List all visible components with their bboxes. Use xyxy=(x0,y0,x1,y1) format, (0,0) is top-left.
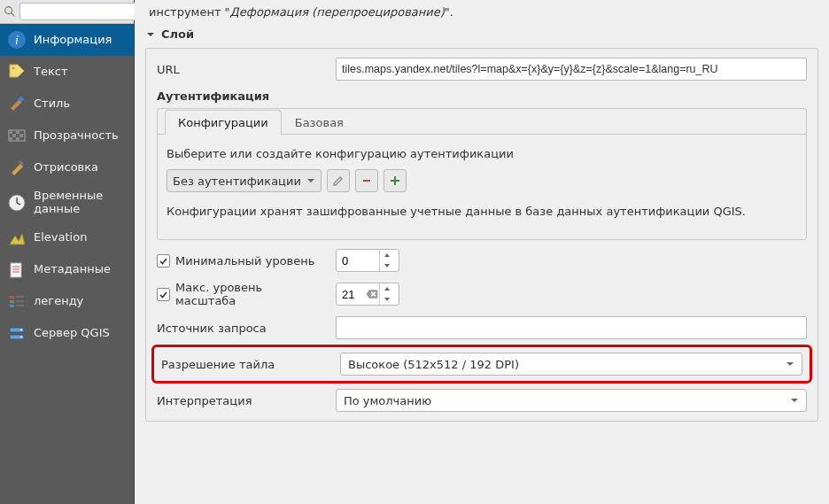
pencil-icon xyxy=(332,174,345,187)
clear-icon[interactable] xyxy=(365,283,379,305)
elevation-icon xyxy=(7,229,27,248)
sidebar-item-rendering[interactable]: Отрисовка xyxy=(0,151,134,183)
tile-resolution-select[interactable]: Высокое (512x512 / 192 DPI) xyxy=(340,353,802,376)
check-icon xyxy=(159,290,168,299)
svg-rect-12 xyxy=(16,137,19,141)
layer-group: URL Аутентификация Конфигурации Базовая … xyxy=(145,48,818,422)
svg-point-4 xyxy=(12,67,15,70)
sidebar-item-transparency[interactable]: Прозрачность xyxy=(0,120,134,151)
auth-config-combo[interactable]: Без аутентификации xyxy=(167,169,322,192)
metadata-icon xyxy=(7,260,27,280)
auth-remove-button[interactable] xyxy=(355,169,378,192)
section-header-layer[interactable]: Слой xyxy=(145,26,818,43)
top-note: инструмент "Деформация (перепроецировани… xyxy=(145,0,818,20)
server-icon xyxy=(7,324,27,344)
main-panel: инструмент "Деформация (перепроецировани… xyxy=(135,0,829,504)
svg-point-29 xyxy=(20,336,22,337)
chevron-down-icon xyxy=(306,176,315,185)
svg-point-28 xyxy=(20,329,22,330)
plus-icon xyxy=(389,174,401,187)
sidebar-item-source[interactable]: Текст xyxy=(0,56,134,88)
max-zoom-label: Макс. уровень масштаба xyxy=(175,281,325,307)
min-zoom-row: Минимальный уровень xyxy=(157,249,807,272)
sidebar-item-symbology[interactable]: Стиль xyxy=(0,88,134,120)
referer-input[interactable] xyxy=(336,316,807,339)
sidebar-item-elevation[interactable]: Elevation xyxy=(0,222,134,254)
auth-section: Аутентификация Конфигурации Базовая Выбе… xyxy=(157,89,807,240)
svg-rect-11 xyxy=(9,137,12,141)
spin-down[interactable] xyxy=(380,260,393,271)
sidebar-item-temporal[interactable]: Временные данные xyxy=(0,183,134,222)
max-zoom-checkbox[interactable] xyxy=(157,288,170,301)
transparency-icon xyxy=(7,126,27,145)
svg-point-0 xyxy=(5,7,12,14)
tile-resolution-value: Высокое (512x512 / 192 DPI) xyxy=(348,358,519,371)
chevron-down-icon xyxy=(786,360,794,368)
brush-icon xyxy=(7,94,27,113)
auth-add-button[interactable] xyxy=(384,169,407,192)
svg-rect-22 xyxy=(10,305,14,307)
svg-line-1 xyxy=(12,13,15,17)
chevron-down-icon xyxy=(384,297,391,302)
sidebar-item-legend[interactable]: легенду xyxy=(0,286,134,318)
auth-tabbar: Конфигурации Базовая xyxy=(158,109,806,135)
sidebar-item-metadata[interactable]: Метаданные xyxy=(0,254,134,286)
min-zoom-spin[interactable] xyxy=(336,249,399,272)
svg-rect-21 xyxy=(10,300,14,303)
svg-rect-30 xyxy=(363,180,370,182)
render-brush-icon xyxy=(7,158,27,177)
tile-resolution-label: Разрешение тайла xyxy=(161,358,329,371)
tab-configurations[interactable]: Конфигурации xyxy=(165,110,282,135)
url-label: URL xyxy=(157,63,325,76)
max-zoom-input[interactable] xyxy=(337,283,365,305)
sidebar-item-label: Метаданные xyxy=(34,263,111,276)
spin-up[interactable] xyxy=(380,250,393,260)
url-row: URL xyxy=(157,58,807,81)
svg-rect-9 xyxy=(12,134,16,137)
chevron-down-icon xyxy=(384,263,391,268)
search-icon xyxy=(4,5,16,18)
max-zoom-spin[interactable] xyxy=(336,283,399,306)
auth-hint-select: Выберите или создайте конфигурацию аутен… xyxy=(167,147,797,160)
minus-icon xyxy=(360,174,373,187)
chevron-down-icon xyxy=(145,29,156,40)
auth-combo-row: Без аутентификации xyxy=(167,169,797,192)
tag-icon xyxy=(7,62,27,81)
sidebar-item-label: Сервер QGIS xyxy=(34,327,110,340)
min-zoom-label: Минимальный уровень xyxy=(175,254,314,268)
sidebar-search xyxy=(0,0,134,24)
chevron-up-icon xyxy=(384,286,391,291)
tile-resolution-row: Разрешение тайла Высокое (512x512 / 192 … xyxy=(151,345,812,384)
min-zoom-checkbox[interactable] xyxy=(157,254,170,268)
sidebar-item-label: Elevation xyxy=(34,231,87,244)
backspace-icon xyxy=(365,287,379,301)
sidebar-item-label: Информация xyxy=(34,34,112,47)
auth-subgroup: Конфигурации Базовая Выберите или создай… xyxy=(157,108,807,240)
auth-hint-store: Конфигурации хранят зашифрованные учетны… xyxy=(167,201,797,230)
svg-rect-32 xyxy=(391,180,399,182)
url-input[interactable] xyxy=(336,58,807,81)
sidebar-item-information[interactable]: i Информация xyxy=(0,24,134,56)
svg-rect-7 xyxy=(9,130,12,134)
info-icon: i xyxy=(7,30,27,50)
auth-config-value: Без аутентификации xyxy=(173,174,301,188)
svg-rect-8 xyxy=(16,130,19,134)
sidebar-item-label: легенду xyxy=(34,295,83,308)
sidebar-item-label: Текст xyxy=(34,66,68,79)
svg-rect-20 xyxy=(10,296,14,299)
referer-label: Источник запроса xyxy=(157,322,325,335)
min-zoom-input[interactable] xyxy=(337,250,379,271)
sidebar-item-label: Стиль xyxy=(34,97,70,111)
interpretation-value: По умолчанию xyxy=(344,394,431,407)
auth-edit-button[interactable] xyxy=(327,169,350,192)
sidebar-item-label: Временные данные xyxy=(34,190,127,216)
interpretation-select[interactable]: По умолчанию xyxy=(336,389,807,412)
sidebar-item-qgis-server[interactable]: Сервер QGIS xyxy=(0,318,134,350)
auth-label: Аутентификация xyxy=(157,89,807,103)
spin-down[interactable] xyxy=(380,294,393,305)
tab-basic[interactable]: Базовая xyxy=(282,110,357,135)
svg-rect-10 xyxy=(19,134,23,137)
chevron-up-icon xyxy=(384,252,391,258)
spin-up[interactable] xyxy=(380,283,393,294)
chevron-down-icon xyxy=(790,396,799,405)
